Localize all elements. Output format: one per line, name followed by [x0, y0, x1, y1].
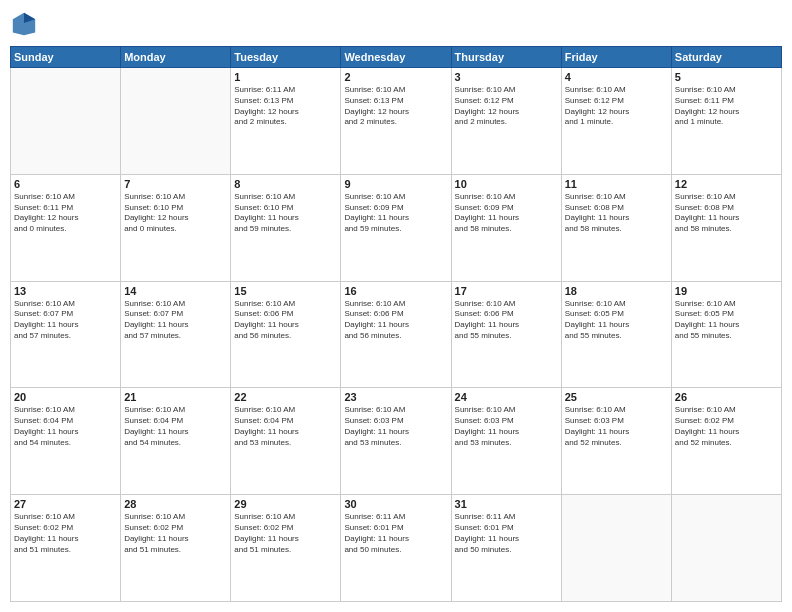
calendar-cell: 10Sunrise: 6:10 AMSunset: 6:09 PMDayligh…: [451, 174, 561, 281]
day-header-tuesday: Tuesday: [231, 47, 341, 68]
calendar-cell: 1Sunrise: 6:11 AMSunset: 6:13 PMDaylight…: [231, 68, 341, 175]
week-row-3: 20Sunrise: 6:10 AMSunset: 6:04 PMDayligh…: [11, 388, 782, 495]
day-header-sunday: Sunday: [11, 47, 121, 68]
calendar-cell: 28Sunrise: 6:10 AMSunset: 6:02 PMDayligh…: [121, 495, 231, 602]
day-number: 26: [675, 391, 778, 403]
week-row-0: 1Sunrise: 6:11 AMSunset: 6:13 PMDaylight…: [11, 68, 782, 175]
header-row: SundayMondayTuesdayWednesdayThursdayFrid…: [11, 47, 782, 68]
day-number: 18: [565, 285, 668, 297]
calendar-cell: 18Sunrise: 6:10 AMSunset: 6:05 PMDayligh…: [561, 281, 671, 388]
day-header-thursday: Thursday: [451, 47, 561, 68]
calendar-cell: 21Sunrise: 6:10 AMSunset: 6:04 PMDayligh…: [121, 388, 231, 495]
header: [10, 10, 782, 38]
calendar-cell: 27Sunrise: 6:10 AMSunset: 6:02 PMDayligh…: [11, 495, 121, 602]
calendar-cell: 6Sunrise: 6:10 AMSunset: 6:11 PMDaylight…: [11, 174, 121, 281]
day-number: 3: [455, 71, 558, 83]
day-number: 20: [14, 391, 117, 403]
calendar-cell: 9Sunrise: 6:10 AMSunset: 6:09 PMDaylight…: [341, 174, 451, 281]
calendar-cell: 22Sunrise: 6:10 AMSunset: 6:04 PMDayligh…: [231, 388, 341, 495]
day-number: 14: [124, 285, 227, 297]
calendar-cell: 5Sunrise: 6:10 AMSunset: 6:11 PMDaylight…: [671, 68, 781, 175]
cell-content: Sunrise: 6:10 AMSunset: 6:03 PMDaylight:…: [565, 405, 668, 448]
calendar-cell: [671, 495, 781, 602]
cell-content: Sunrise: 6:10 AMSunset: 6:12 PMDaylight:…: [565, 85, 668, 128]
page: SundayMondayTuesdayWednesdayThursdayFrid…: [0, 0, 792, 612]
calendar-cell: 24Sunrise: 6:10 AMSunset: 6:03 PMDayligh…: [451, 388, 561, 495]
calendar-cell: 16Sunrise: 6:10 AMSunset: 6:06 PMDayligh…: [341, 281, 451, 388]
week-row-4: 27Sunrise: 6:10 AMSunset: 6:02 PMDayligh…: [11, 495, 782, 602]
calendar-cell: 3Sunrise: 6:10 AMSunset: 6:12 PMDaylight…: [451, 68, 561, 175]
cell-content: Sunrise: 6:10 AMSunset: 6:13 PMDaylight:…: [344, 85, 447, 128]
cell-content: Sunrise: 6:11 AMSunset: 6:01 PMDaylight:…: [344, 512, 447, 555]
day-number: 25: [565, 391, 668, 403]
cell-content: Sunrise: 6:10 AMSunset: 6:03 PMDaylight:…: [455, 405, 558, 448]
day-header-friday: Friday: [561, 47, 671, 68]
day-number: 11: [565, 178, 668, 190]
calendar-cell: 31Sunrise: 6:11 AMSunset: 6:01 PMDayligh…: [451, 495, 561, 602]
calendar-cell: 17Sunrise: 6:10 AMSunset: 6:06 PMDayligh…: [451, 281, 561, 388]
calendar-cell: 4Sunrise: 6:10 AMSunset: 6:12 PMDaylight…: [561, 68, 671, 175]
day-number: 9: [344, 178, 447, 190]
day-number: 4: [565, 71, 668, 83]
logo-icon: [10, 10, 38, 38]
week-row-1: 6Sunrise: 6:10 AMSunset: 6:11 PMDaylight…: [11, 174, 782, 281]
day-number: 28: [124, 498, 227, 510]
day-number: 13: [14, 285, 117, 297]
cell-content: Sunrise: 6:11 AMSunset: 6:13 PMDaylight:…: [234, 85, 337, 128]
calendar-cell: 2Sunrise: 6:10 AMSunset: 6:13 PMDaylight…: [341, 68, 451, 175]
cell-content: Sunrise: 6:11 AMSunset: 6:01 PMDaylight:…: [455, 512, 558, 555]
cell-content: Sunrise: 6:10 AMSunset: 6:07 PMDaylight:…: [14, 299, 117, 342]
cell-content: Sunrise: 6:10 AMSunset: 6:09 PMDaylight:…: [455, 192, 558, 235]
day-number: 17: [455, 285, 558, 297]
day-number: 15: [234, 285, 337, 297]
day-header-monday: Monday: [121, 47, 231, 68]
calendar-cell: 20Sunrise: 6:10 AMSunset: 6:04 PMDayligh…: [11, 388, 121, 495]
calendar-cell: [11, 68, 121, 175]
day-number: 6: [14, 178, 117, 190]
cell-content: Sunrise: 6:10 AMSunset: 6:07 PMDaylight:…: [124, 299, 227, 342]
day-number: 21: [124, 391, 227, 403]
cell-content: Sunrise: 6:10 AMSunset: 6:08 PMDaylight:…: [565, 192, 668, 235]
cell-content: Sunrise: 6:10 AMSunset: 6:09 PMDaylight:…: [344, 192, 447, 235]
cell-content: Sunrise: 6:10 AMSunset: 6:05 PMDaylight:…: [565, 299, 668, 342]
cell-content: Sunrise: 6:10 AMSunset: 6:10 PMDaylight:…: [124, 192, 227, 235]
calendar-cell: 13Sunrise: 6:10 AMSunset: 6:07 PMDayligh…: [11, 281, 121, 388]
logo: [10, 10, 42, 38]
day-number: 2: [344, 71, 447, 83]
day-header-wednesday: Wednesday: [341, 47, 451, 68]
calendar-cell: 26Sunrise: 6:10 AMSunset: 6:02 PMDayligh…: [671, 388, 781, 495]
cell-content: Sunrise: 6:10 AMSunset: 6:02 PMDaylight:…: [124, 512, 227, 555]
cell-content: Sunrise: 6:10 AMSunset: 6:06 PMDaylight:…: [234, 299, 337, 342]
day-number: 1: [234, 71, 337, 83]
day-number: 7: [124, 178, 227, 190]
calendar-cell: 8Sunrise: 6:10 AMSunset: 6:10 PMDaylight…: [231, 174, 341, 281]
day-number: 31: [455, 498, 558, 510]
day-number: 12: [675, 178, 778, 190]
cell-content: Sunrise: 6:10 AMSunset: 6:04 PMDaylight:…: [234, 405, 337, 448]
cell-content: Sunrise: 6:10 AMSunset: 6:02 PMDaylight:…: [14, 512, 117, 555]
cell-content: Sunrise: 6:10 AMSunset: 6:02 PMDaylight:…: [234, 512, 337, 555]
calendar-cell: 11Sunrise: 6:10 AMSunset: 6:08 PMDayligh…: [561, 174, 671, 281]
calendar-cell: 29Sunrise: 6:10 AMSunset: 6:02 PMDayligh…: [231, 495, 341, 602]
cell-content: Sunrise: 6:10 AMSunset: 6:10 PMDaylight:…: [234, 192, 337, 235]
cell-content: Sunrise: 6:10 AMSunset: 6:11 PMDaylight:…: [14, 192, 117, 235]
day-number: 8: [234, 178, 337, 190]
calendar-cell: [121, 68, 231, 175]
calendar-cell: 12Sunrise: 6:10 AMSunset: 6:08 PMDayligh…: [671, 174, 781, 281]
cell-content: Sunrise: 6:10 AMSunset: 6:04 PMDaylight:…: [124, 405, 227, 448]
cell-content: Sunrise: 6:10 AMSunset: 6:06 PMDaylight:…: [455, 299, 558, 342]
day-number: 24: [455, 391, 558, 403]
day-number: 22: [234, 391, 337, 403]
calendar: SundayMondayTuesdayWednesdayThursdayFrid…: [10, 46, 782, 602]
day-number: 19: [675, 285, 778, 297]
day-number: 10: [455, 178, 558, 190]
calendar-cell: 30Sunrise: 6:11 AMSunset: 6:01 PMDayligh…: [341, 495, 451, 602]
cell-content: Sunrise: 6:10 AMSunset: 6:12 PMDaylight:…: [455, 85, 558, 128]
cell-content: Sunrise: 6:10 AMSunset: 6:04 PMDaylight:…: [14, 405, 117, 448]
cell-content: Sunrise: 6:10 AMSunset: 6:02 PMDaylight:…: [675, 405, 778, 448]
calendar-cell: 15Sunrise: 6:10 AMSunset: 6:06 PMDayligh…: [231, 281, 341, 388]
day-number: 16: [344, 285, 447, 297]
day-number: 23: [344, 391, 447, 403]
day-number: 29: [234, 498, 337, 510]
cell-content: Sunrise: 6:10 AMSunset: 6:05 PMDaylight:…: [675, 299, 778, 342]
